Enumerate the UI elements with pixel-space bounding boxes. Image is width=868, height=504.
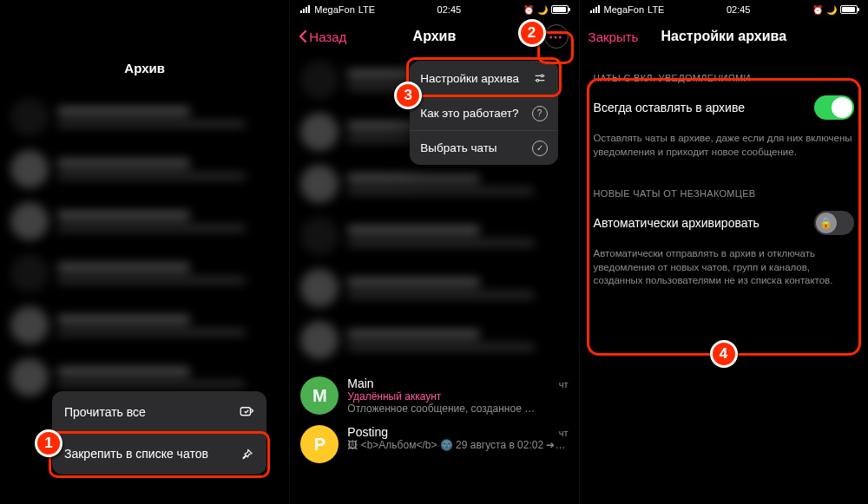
avatar: M: [300, 376, 339, 415]
chat-row-blurred: [290, 210, 578, 262]
chat-message: Отложенное сообщение, созданное …: [347, 403, 568, 415]
screen-archive-settings: MegaFon LTE 02:45 ⏰ 🌙 Закрыть Настройки …: [579, 0, 868, 504]
help-icon: ?: [532, 106, 548, 121]
dnd-icon: 🌙: [537, 5, 548, 15]
signal-icon: [590, 4, 601, 15]
menu-label: Как это работает?: [420, 107, 518, 120]
chat-row-blurred: [0, 143, 289, 195]
back-label: Назад: [309, 29, 346, 44]
section-description: Автоматически отправлять в архив и отклю…: [594, 247, 854, 288]
clock: 02:45: [727, 4, 751, 15]
menu-label: Выбрать чаты: [420, 141, 496, 154]
network-label: LTE: [358, 4, 375, 15]
status-bar: MegaFon LTE 02:45 ⏰ 🌙: [290, 0, 578, 19]
menu-read-all[interactable]: Прочитать все: [52, 391, 266, 433]
close-button[interactable]: Закрыть: [589, 29, 639, 44]
chat-row-blurred: [0, 247, 289, 299]
callout-1: 1: [35, 429, 62, 457]
status-bar: MegaFon LTE 02:45 ⏰ 🌙: [580, 0, 868, 19]
sliders-icon: [532, 70, 548, 86]
callout-2: 2: [518, 19, 546, 47]
toggle-on[interactable]: [814, 95, 854, 120]
chat-row-blurred: [290, 262, 578, 314]
toggle-off-locked[interactable]: 🔒: [814, 211, 854, 235]
nav-bar: Закрыть Настройки архива: [580, 19, 868, 54]
avatar: P: [300, 425, 339, 463]
chat-row-blurred: [290, 314, 578, 366]
carrier-label: MegaFon: [314, 4, 354, 15]
ellipsis-icon: ⋯: [549, 29, 563, 45]
check-circle-icon: ✓: [532, 141, 548, 156]
chat-time: чт: [559, 379, 569, 389]
clock: 02:45: [437, 4, 462, 15]
chat-name: Main: [347, 376, 373, 390]
menu-label: Прочитать все: [64, 405, 146, 419]
close-label: Закрыть: [589, 29, 639, 44]
callout-4: 4: [710, 340, 738, 368]
lock-icon: 🔒: [816, 213, 837, 233]
chat-row-blurred: [0, 299, 289, 351]
page-title: Архив: [0, 0, 289, 75]
section-description: Оставлять чаты в архиве, даже если для н…: [594, 132, 854, 159]
chat-row[interactable]: P Postingчт 🖼 <b>Альбом</b> 🌚 29 августа…: [290, 420, 578, 468]
chat-subtitle: Удалённый аккаунт: [347, 390, 568, 403]
page-title: Архив: [413, 29, 457, 44]
battery-icon: [551, 5, 569, 14]
chat-row-blurred: [290, 158, 578, 210]
menu-label: Закрепить в списке чатов: [64, 447, 208, 461]
chat-message: 🖼 <b>Альбом</b> 🌚 29 августа в 02:02 ➔ c…: [347, 439, 568, 451]
battery-icon: [840, 5, 858, 14]
setting-keep-archived[interactable]: Всегда оставлять в архиве: [594, 88, 854, 127]
page-title: Настройки архива: [661, 29, 786, 44]
dropdown-menu: Настройки архива Как это работает? ? Выб…: [410, 61, 557, 165]
svg-point-2: [536, 79, 539, 82]
setting-label: Всегда оставлять в архиве: [594, 101, 745, 115]
chat-time: чт: [559, 428, 569, 438]
section-header: ЧАТЫ С ВКЛ. УВЕДОМЛЕНИЯМИ: [594, 73, 854, 83]
signal-icon: [300, 4, 311, 15]
section-header: НОВЫЕ ЧАТЫ ОТ НЕЗНАКОМЦЕВ: [594, 188, 854, 199]
menu-label: Настройки архива: [420, 72, 519, 85]
menu-archive-settings[interactable]: Настройки архива: [410, 61, 557, 95]
setting-label: Автоматически архивировать: [594, 216, 760, 230]
chat-name: Posting: [347, 425, 388, 439]
chat-row[interactable]: M Mainчт Удалённый аккаунт Отложенное со…: [290, 371, 578, 420]
alarm-icon: ⏰: [523, 5, 534, 15]
screen-archive-list: Архив Прочитать все Закрепить в списке ч…: [0, 0, 289, 504]
dnd-icon: 🌙: [826, 5, 837, 15]
menu-select-chats[interactable]: Выбрать чаты ✓: [410, 130, 557, 165]
menu-how-it-works[interactable]: Как это работает? ?: [410, 95, 557, 130]
pin-icon: [239, 447, 254, 462]
chat-row-blurred: [0, 195, 289, 247]
back-button[interactable]: Назад: [299, 29, 346, 44]
svg-point-1: [541, 75, 543, 77]
alarm-icon: ⏰: [812, 5, 823, 15]
svg-rect-0: [241, 408, 251, 416]
read-all-icon: [239, 404, 254, 420]
carrier-label: MegaFon: [604, 4, 644, 15]
menu-pin-in-list[interactable]: Закрепить в списке чатов: [52, 433, 266, 475]
more-button[interactable]: ⋯: [544, 24, 569, 49]
context-menu: Прочитать все Закрепить в списке чатов: [52, 391, 266, 475]
chat-row-blurred: [0, 91, 289, 143]
network-label: LTE: [648, 4, 664, 15]
setting-auto-archive[interactable]: Автоматически архивировать 🔒: [594, 204, 854, 242]
screen-archive-menu: MegaFon LTE 02:45 ⏰ 🌙 Назад Архив ⋯: [289, 0, 578, 504]
